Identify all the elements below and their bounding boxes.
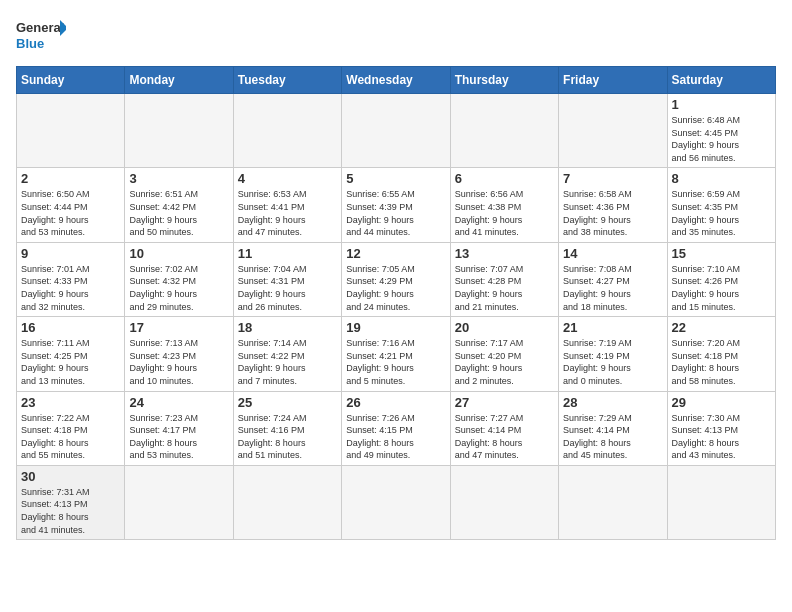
calendar-cell: 1Sunrise: 6:48 AM Sunset: 4:45 PM Daylig… (667, 94, 775, 168)
svg-text:General: General (16, 20, 64, 35)
day-number: 3 (129, 171, 228, 186)
day-info: Sunrise: 7:24 AM Sunset: 4:16 PM Dayligh… (238, 412, 337, 462)
calendar-cell (667, 465, 775, 539)
day-number: 15 (672, 246, 771, 261)
day-number: 6 (455, 171, 554, 186)
day-info: Sunrise: 7:19 AM Sunset: 4:19 PM Dayligh… (563, 337, 662, 387)
calendar-cell: 30Sunrise: 7:31 AM Sunset: 4:13 PM Dayli… (17, 465, 125, 539)
day-info: Sunrise: 7:23 AM Sunset: 4:17 PM Dayligh… (129, 412, 228, 462)
day-header-saturday: Saturday (667, 67, 775, 94)
day-header-wednesday: Wednesday (342, 67, 450, 94)
day-info: Sunrise: 7:13 AM Sunset: 4:23 PM Dayligh… (129, 337, 228, 387)
day-number: 26 (346, 395, 445, 410)
day-info: Sunrise: 7:02 AM Sunset: 4:32 PM Dayligh… (129, 263, 228, 313)
day-number: 17 (129, 320, 228, 335)
calendar-cell: 15Sunrise: 7:10 AM Sunset: 4:26 PM Dayli… (667, 242, 775, 316)
calendar-cell: 29Sunrise: 7:30 AM Sunset: 4:13 PM Dayli… (667, 391, 775, 465)
day-info: Sunrise: 7:26 AM Sunset: 4:15 PM Dayligh… (346, 412, 445, 462)
calendar-cell (450, 465, 558, 539)
day-number: 30 (21, 469, 120, 484)
day-number: 13 (455, 246, 554, 261)
day-info: Sunrise: 6:56 AM Sunset: 4:38 PM Dayligh… (455, 188, 554, 238)
day-number: 8 (672, 171, 771, 186)
day-number: 7 (563, 171, 662, 186)
day-header-tuesday: Tuesday (233, 67, 341, 94)
day-info: Sunrise: 6:58 AM Sunset: 4:36 PM Dayligh… (563, 188, 662, 238)
day-number: 5 (346, 171, 445, 186)
calendar-cell: 4Sunrise: 6:53 AM Sunset: 4:41 PM Daylig… (233, 168, 341, 242)
calendar-cell: 9Sunrise: 7:01 AM Sunset: 4:33 PM Daylig… (17, 242, 125, 316)
calendar-week-0: 1Sunrise: 6:48 AM Sunset: 4:45 PM Daylig… (17, 94, 776, 168)
day-info: Sunrise: 7:11 AM Sunset: 4:25 PM Dayligh… (21, 337, 120, 387)
logo: General Blue (16, 16, 66, 56)
calendar-week-1: 2Sunrise: 6:50 AM Sunset: 4:44 PM Daylig… (17, 168, 776, 242)
day-number: 1 (672, 97, 771, 112)
calendar-cell: 2Sunrise: 6:50 AM Sunset: 4:44 PM Daylig… (17, 168, 125, 242)
calendar-cell: 21Sunrise: 7:19 AM Sunset: 4:19 PM Dayli… (559, 317, 667, 391)
day-number: 23 (21, 395, 120, 410)
calendar-cell: 18Sunrise: 7:14 AM Sunset: 4:22 PM Dayli… (233, 317, 341, 391)
day-info: Sunrise: 7:10 AM Sunset: 4:26 PM Dayligh… (672, 263, 771, 313)
day-info: Sunrise: 6:53 AM Sunset: 4:41 PM Dayligh… (238, 188, 337, 238)
day-number: 25 (238, 395, 337, 410)
calendar-week-2: 9Sunrise: 7:01 AM Sunset: 4:33 PM Daylig… (17, 242, 776, 316)
day-number: 28 (563, 395, 662, 410)
logo-svg: General Blue (16, 16, 66, 56)
day-header-thursday: Thursday (450, 67, 558, 94)
day-number: 11 (238, 246, 337, 261)
day-header-sunday: Sunday (17, 67, 125, 94)
svg-text:Blue: Blue (16, 36, 44, 51)
calendar-table: SundayMondayTuesdayWednesdayThursdayFrid… (16, 66, 776, 540)
day-info: Sunrise: 7:07 AM Sunset: 4:28 PM Dayligh… (455, 263, 554, 313)
calendar-cell (125, 94, 233, 168)
day-info: Sunrise: 6:48 AM Sunset: 4:45 PM Dayligh… (672, 114, 771, 164)
calendar-cell: 23Sunrise: 7:22 AM Sunset: 4:18 PM Dayli… (17, 391, 125, 465)
calendar-cell (450, 94, 558, 168)
calendar-cell: 3Sunrise: 6:51 AM Sunset: 4:42 PM Daylig… (125, 168, 233, 242)
day-number: 27 (455, 395, 554, 410)
day-number: 2 (21, 171, 120, 186)
calendar-cell: 17Sunrise: 7:13 AM Sunset: 4:23 PM Dayli… (125, 317, 233, 391)
day-info: Sunrise: 7:04 AM Sunset: 4:31 PM Dayligh… (238, 263, 337, 313)
day-number: 16 (21, 320, 120, 335)
calendar-cell (233, 465, 341, 539)
calendar-cell: 5Sunrise: 6:55 AM Sunset: 4:39 PM Daylig… (342, 168, 450, 242)
day-info: Sunrise: 7:29 AM Sunset: 4:14 PM Dayligh… (563, 412, 662, 462)
day-info: Sunrise: 7:16 AM Sunset: 4:21 PM Dayligh… (346, 337, 445, 387)
day-number: 9 (21, 246, 120, 261)
page-header: General Blue (16, 16, 776, 56)
calendar-cell: 12Sunrise: 7:05 AM Sunset: 4:29 PM Dayli… (342, 242, 450, 316)
calendar-cell (342, 465, 450, 539)
day-info: Sunrise: 7:30 AM Sunset: 4:13 PM Dayligh… (672, 412, 771, 462)
day-number: 10 (129, 246, 228, 261)
calendar-cell (233, 94, 341, 168)
calendar-cell: 22Sunrise: 7:20 AM Sunset: 4:18 PM Dayli… (667, 317, 775, 391)
day-header-monday: Monday (125, 67, 233, 94)
calendar-cell: 24Sunrise: 7:23 AM Sunset: 4:17 PM Dayli… (125, 391, 233, 465)
day-number: 20 (455, 320, 554, 335)
calendar-cell (559, 465, 667, 539)
day-info: Sunrise: 6:51 AM Sunset: 4:42 PM Dayligh… (129, 188, 228, 238)
calendar-header-row: SundayMondayTuesdayWednesdayThursdayFrid… (17, 67, 776, 94)
calendar-cell: 28Sunrise: 7:29 AM Sunset: 4:14 PM Dayli… (559, 391, 667, 465)
day-info: Sunrise: 6:55 AM Sunset: 4:39 PM Dayligh… (346, 188, 445, 238)
day-number: 22 (672, 320, 771, 335)
calendar-cell: 6Sunrise: 6:56 AM Sunset: 4:38 PM Daylig… (450, 168, 558, 242)
calendar-cell: 14Sunrise: 7:08 AM Sunset: 4:27 PM Dayli… (559, 242, 667, 316)
calendar-cell: 8Sunrise: 6:59 AM Sunset: 4:35 PM Daylig… (667, 168, 775, 242)
day-number: 12 (346, 246, 445, 261)
day-info: Sunrise: 6:50 AM Sunset: 4:44 PM Dayligh… (21, 188, 120, 238)
day-info: Sunrise: 7:31 AM Sunset: 4:13 PM Dayligh… (21, 486, 120, 536)
calendar-cell: 26Sunrise: 7:26 AM Sunset: 4:15 PM Dayli… (342, 391, 450, 465)
day-info: Sunrise: 7:05 AM Sunset: 4:29 PM Dayligh… (346, 263, 445, 313)
calendar-cell (559, 94, 667, 168)
day-number: 29 (672, 395, 771, 410)
day-info: Sunrise: 7:17 AM Sunset: 4:20 PM Dayligh… (455, 337, 554, 387)
calendar-cell: 10Sunrise: 7:02 AM Sunset: 4:32 PM Dayli… (125, 242, 233, 316)
day-header-friday: Friday (559, 67, 667, 94)
calendar-week-4: 23Sunrise: 7:22 AM Sunset: 4:18 PM Dayli… (17, 391, 776, 465)
calendar-cell: 25Sunrise: 7:24 AM Sunset: 4:16 PM Dayli… (233, 391, 341, 465)
day-info: Sunrise: 7:27 AM Sunset: 4:14 PM Dayligh… (455, 412, 554, 462)
calendar-cell: 20Sunrise: 7:17 AM Sunset: 4:20 PM Dayli… (450, 317, 558, 391)
calendar-cell (17, 94, 125, 168)
